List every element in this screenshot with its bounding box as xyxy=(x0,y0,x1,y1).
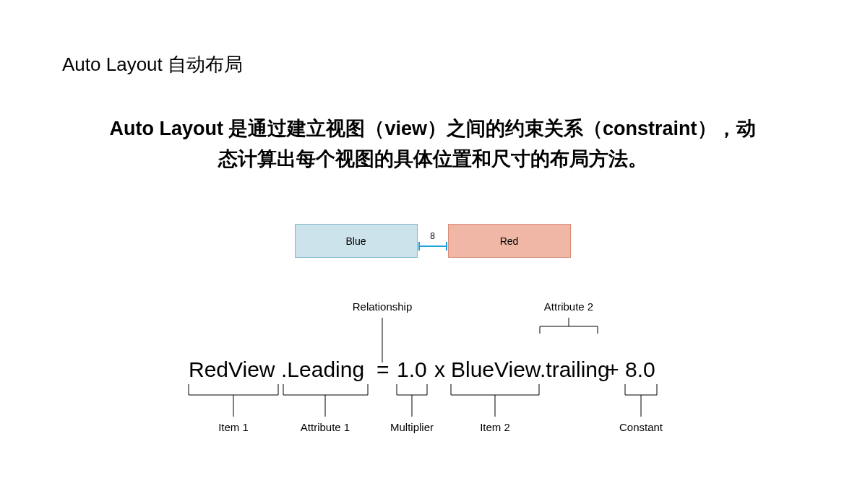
spacer-bracket-icon xyxy=(418,242,448,251)
label-item1: Item 1 xyxy=(218,421,249,433)
eq-rel: = xyxy=(376,357,390,381)
constraint-boxes-row: Blue 8 Red xyxy=(180,224,686,258)
label-relationship: Relationship xyxy=(352,300,412,313)
constraint-gap-value: 8 xyxy=(430,232,435,240)
label-item2: Item 2 xyxy=(480,421,510,433)
eq-attr2: .trailing xyxy=(540,357,610,381)
eq-mult: 1.0 xyxy=(397,357,427,381)
constraint-diagram: Blue 8 Red Relationship Attribute 2 xyxy=(180,224,686,456)
equation-svg: Relationship Attribute 2 RedView .Leadin… xyxy=(180,297,686,456)
slide-description: Auto Layout 是通过建立视图（view）之间的约束关系（constra… xyxy=(0,114,865,175)
description-line-1: Auto Layout 是通过建立视图（view）之间的约束关系（constra… xyxy=(109,118,755,139)
eq-plus: + xyxy=(606,357,619,381)
eq-times: x xyxy=(434,357,445,381)
eq-item2: BlueView xyxy=(451,357,541,381)
label-multiplier: Multiplier xyxy=(390,421,433,433)
label-attribute1: Attribute 1 xyxy=(300,421,349,433)
label-constant: Constant xyxy=(619,421,663,433)
eq-item1: RedView xyxy=(189,357,275,381)
slide-title: Auto Layout 自动布局 xyxy=(62,52,243,77)
constraint-equation: Relationship Attribute 2 RedView .Leadin… xyxy=(180,297,686,456)
label-attribute2: Attribute 2 xyxy=(543,300,593,313)
red-view-box: Red xyxy=(448,224,571,258)
blue-view-box: Blue xyxy=(295,224,418,258)
eq-const: 8.0 xyxy=(625,357,655,381)
description-line-2: 态计算出每个视图的具体位置和尺寸的布局方法。 xyxy=(218,148,647,170)
constraint-gap: 8 xyxy=(418,232,448,251)
eq-attr1: .Leading xyxy=(281,357,364,381)
